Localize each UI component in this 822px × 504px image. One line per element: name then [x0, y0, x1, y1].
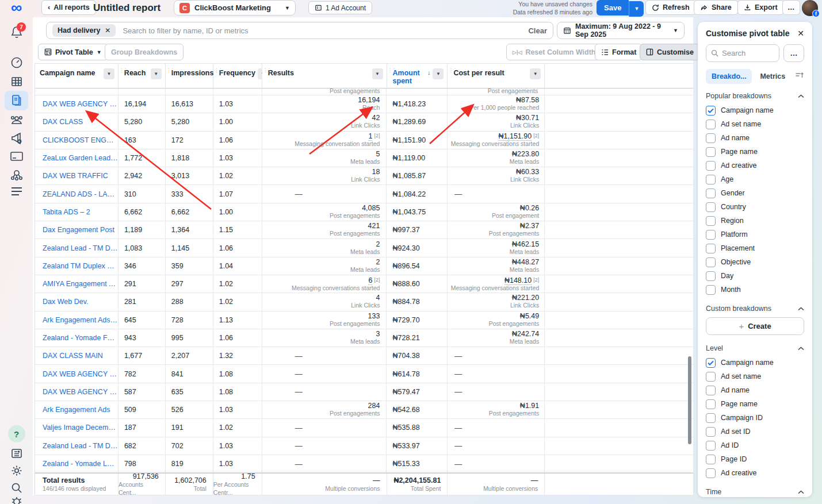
reorder-icon[interactable]: [795, 71, 804, 82]
column-menu-icon[interactable]: ▼: [530, 68, 541, 79]
breakdown-campaign-name[interactable]: Campaign name: [706, 103, 804, 117]
breakdown-placement[interactable]: Placement: [706, 241, 804, 255]
campaign-name-link[interactable]: DAX WEB TRAFFIC: [35, 172, 118, 180]
more-actions-button[interactable]: …: [782, 0, 800, 15]
column-header[interactable]: ⋮⋮Frequency▼: [213, 64, 262, 89]
vertical-scrollbar[interactable]: [688, 356, 691, 444]
checkbox-icon[interactable]: [706, 133, 716, 143]
campaign-name-link[interactable]: DAX WEB AGENCY – TR...: [35, 370, 118, 378]
checkbox-icon[interactable]: [706, 386, 716, 395]
checkbox-icon[interactable]: [706, 468, 716, 478]
drag-handle-icon[interactable]: ⋮⋮: [119, 68, 127, 72]
filter-chip-had-delivery[interactable]: Had delivery ✕: [52, 24, 116, 37]
clear-filters-button[interactable]: Clear: [528, 26, 547, 35]
group-breakdowns-button[interactable]: Group Breakdowns: [105, 44, 183, 60]
breakdown-objective[interactable]: Objective: [706, 255, 804, 269]
breakdown-month[interactable]: Month: [706, 283, 804, 297]
column-menu-icon[interactable]: ▼: [104, 68, 114, 79]
settings-gear-icon[interactable]: [0, 464, 33, 477]
campaign-name-link[interactable]: Tabita ADS – 2: [35, 208, 118, 216]
campaign-name-link[interactable]: Zealand - Yomade Fesh L...: [35, 334, 118, 342]
profile-avatar[interactable]: f: [802, 0, 818, 16]
tab-metrics[interactable]: Metrics: [754, 69, 791, 84]
help-icon[interactable]: ?: [0, 425, 33, 443]
meta-logo-icon[interactable]: ∞: [0, 1, 33, 14]
report-bug-icon[interactable]: [0, 495, 33, 504]
checkbox-icon[interactable]: [706, 271, 716, 281]
checkbox-icon[interactable]: [706, 413, 716, 423]
campaign-name-link[interactable]: Zealand - Yomade Lead ...: [35, 460, 118, 468]
close-panel-icon[interactable]: ✕: [797, 29, 804, 38]
export-button[interactable]: Export: [737, 0, 784, 15]
ad-account-selector-button[interactable]: 1 Ad Account: [308, 1, 372, 14]
checkbox-icon[interactable]: [706, 455, 716, 464]
campaign-name-link[interactable]: DAX WEB AGENCY – Aw...: [35, 100, 118, 108]
breakdown-region[interactable]: Region: [706, 214, 804, 228]
drag-handle-icon[interactable]: ⋮⋮: [388, 68, 396, 72]
view-type-dropdown[interactable]: Pivot Table ▼: [38, 44, 108, 60]
checkbox-icon[interactable]: [706, 441, 716, 451]
ads-reporting-icon[interactable]: [0, 94, 33, 107]
column-menu-icon[interactable]: ▼: [151, 68, 162, 79]
whats-new-icon[interactable]: [0, 448, 33, 459]
checkbox-icon[interactable]: [706, 147, 716, 157]
breakdown-ad-set-name[interactable]: Ad set name: [706, 117, 804, 131]
filter-search-input[interactable]: Search to filter by name, ID or metrics: [123, 26, 521, 35]
panel-search-input[interactable]: Search: [706, 44, 779, 62]
panel-more-button[interactable]: …: [783, 44, 804, 62]
column-header[interactable]: ⋮⋮Amount spent↓▼: [387, 64, 448, 89]
section-popular-breakdowns[interactable]: Popular breakdowns: [706, 92, 804, 100]
column-header[interactable]: ⋮⋮Cost per result▼: [448, 64, 545, 89]
advertise-megaphone-icon[interactable]: [0, 132, 33, 145]
date-range-dropdown[interactable]: Maximum: 9 Aug 2022 - 9 Sep 2025 ▼: [557, 22, 685, 39]
format-button[interactable]: Format: [595, 44, 643, 60]
checkbox-icon[interactable]: [706, 257, 716, 267]
remove-filter-icon[interactable]: ✕: [105, 26, 110, 34]
create-custom-breakdown-button[interactable]: + Create: [706, 317, 804, 335]
level-ad-set-name[interactable]: Ad set name: [706, 370, 804, 383]
level-ad-id[interactable]: Ad ID: [706, 438, 804, 452]
column-menu-icon[interactable]: ▼: [433, 68, 444, 79]
campaign-name-link[interactable]: ZeaLux Garden Leads A...: [35, 154, 118, 162]
campaign-name-link[interactable]: Ark Engagement Ads – C...: [35, 316, 118, 324]
level-ad-name[interactable]: Ad name: [706, 383, 804, 397]
campaign-name-link[interactable]: CLICKBOOST ENGAGE...: [35, 136, 118, 144]
save-button[interactable]: Save: [597, 0, 629, 16]
checkbox-checked-icon[interactable]: [706, 358, 716, 368]
drag-handle-icon[interactable]: ⋮⋮: [214, 68, 222, 72]
tab-breakdowns[interactable]: Breakdo...: [706, 69, 752, 84]
column-header[interactable]: Campaign name▼: [35, 64, 118, 89]
checkbox-icon[interactable]: [706, 285, 716, 295]
column-header[interactable]: ⋮⋮Impressions▼: [166, 64, 213, 89]
checkbox-icon[interactable]: [706, 175, 716, 184]
campaign-name-link[interactable]: Zealand Lead - TM Duple...: [35, 442, 118, 450]
level-page-name[interactable]: Page name: [706, 397, 804, 411]
drag-handle-icon[interactable]: ⋮⋮: [448, 68, 456, 72]
checkbox-icon[interactable]: [706, 244, 716, 253]
level-campaign-name[interactable]: Campaign name: [706, 356, 804, 370]
drag-handle-icon[interactable]: ⋮⋮: [263, 68, 271, 72]
breakdown-country[interactable]: Country: [706, 200, 804, 214]
section-custom-breakdowns[interactable]: Custom breakdowns: [706, 305, 804, 313]
checkbox-icon[interactable]: [706, 230, 716, 240]
campaign-name-link[interactable]: AMIYA Engagement ADS: [35, 280, 118, 288]
breakdown-ad-creative[interactable]: Ad creative: [706, 159, 804, 172]
search-icon[interactable]: [0, 482, 33, 494]
section-time[interactable]: Time: [706, 488, 804, 496]
campaign-name-link[interactable]: DAX CLASS: [35, 118, 118, 126]
campaign-name-link[interactable]: Zealand TM Duplex Lead...: [35, 262, 118, 270]
checkbox-icon[interactable]: [706, 372, 716, 382]
breakdown-ad-name[interactable]: Ad name: [706, 131, 804, 145]
campaign-name-link[interactable]: DAX WEB AGENCY - SA...: [35, 388, 118, 396]
campaign-name-link[interactable]: Dax Engagement Post: [35, 226, 118, 234]
checkbox-icon[interactable]: [706, 399, 716, 409]
business-assets-icon[interactable]: [0, 168, 33, 182]
breakdown-day[interactable]: Day: [706, 269, 804, 283]
checkbox-icon[interactable]: [706, 120, 716, 129]
audiences-icon[interactable]: [0, 114, 33, 126]
breakdown-platform[interactable]: Platform: [706, 228, 804, 241]
column-menu-icon[interactable]: ▼: [372, 68, 383, 79]
checkbox-icon[interactable]: [706, 216, 716, 226]
column-header[interactable]: ⋮⋮Reach▼: [118, 64, 166, 89]
checkbox-icon[interactable]: [706, 202, 716, 212]
